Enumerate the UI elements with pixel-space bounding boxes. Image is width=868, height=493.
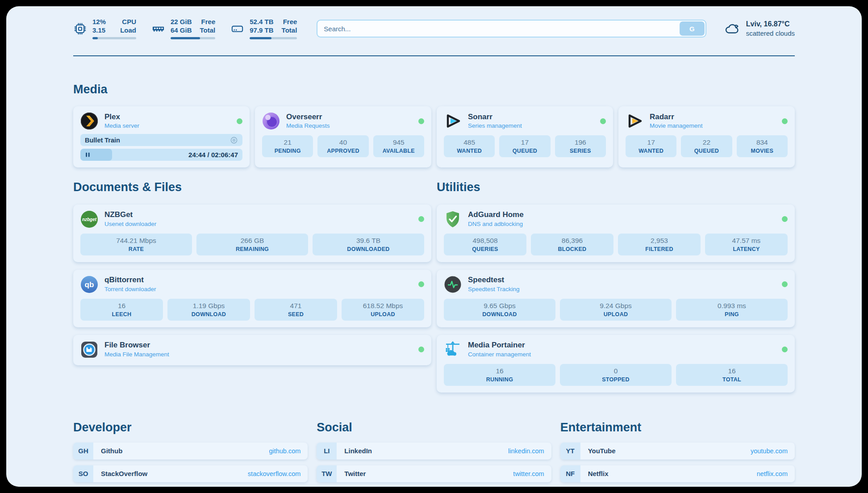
stat-approved: 40 APPROVED: [317, 135, 368, 157]
weather-location: Lviv, 16.87°C: [746, 20, 795, 29]
app-subtitle: Media File Management: [104, 351, 169, 358]
links-column-social: Social LI LinkedIn linkedin.com TW Twitt…: [317, 420, 551, 487]
stat-value: 16: [446, 367, 554, 376]
stat-value: 86,396: [533, 236, 612, 246]
link-name: LinkedIn: [344, 447, 372, 455]
link-badge: SO: [73, 465, 93, 482]
status-online-dot: [418, 216, 424, 222]
stat-label: PENDING: [264, 148, 311, 154]
link-url: linkedin.com: [508, 447, 544, 455]
section-heading-utilities: Utilities: [437, 180, 795, 194]
sonarr-icon: [444, 112, 462, 130]
status-online-dot: [418, 118, 424, 124]
stat-label: BLOCKED: [533, 246, 612, 252]
pause-icon[interactable]: [85, 152, 91, 158]
ram-icon: [151, 22, 165, 36]
link-badge: NF: [560, 465, 580, 482]
stat-rate: 744.21 Mbps RATE: [80, 234, 192, 255]
section-heading-social: Social: [317, 420, 551, 435]
section-heading-documents: Documents & Files: [73, 180, 431, 194]
status-online-dot: [418, 281, 424, 287]
app-subtitle: Media server: [104, 122, 139, 130]
stat-download: 9.65 Gbps DOWNLOAD: [444, 299, 555, 321]
link-row-twitter[interactable]: TW Twitter twitter.com: [317, 465, 551, 482]
link-badge: TW: [317, 465, 337, 482]
now-playing-row: Bullet Train: [80, 134, 242, 146]
app-card-overseerr[interactable]: Overseerr Media Requests 21 PENDING 40 A…: [255, 106, 431, 167]
app-card-filebrowser[interactable]: File Browser Media File Management: [73, 335, 431, 365]
stat-label: RUNNING: [446, 376, 554, 383]
portainer-icon: [444, 341, 462, 359]
stat-label: UPLOAD: [562, 311, 670, 318]
link-name: Netflix: [588, 470, 609, 477]
stat-value: 618.52 Mbps: [343, 301, 422, 311]
documents-column: Documents & Files nzbget NZBGet Usenet d…: [73, 180, 431, 392]
link-url: twitter.com: [513, 470, 544, 477]
app-title: Plex: [104, 113, 139, 121]
plex-icon: [80, 112, 98, 130]
app-card-adguard[interactable]: AdGuard Home DNS and adblocking 498,508 …: [437, 205, 795, 262]
stat-value: 485: [446, 138, 493, 147]
stat-value: 16: [82, 301, 161, 311]
link-url: netflix.com: [757, 470, 788, 477]
header-divider: [73, 55, 795, 56]
app-title: NZBGet: [104, 210, 156, 219]
media-grid: Plex Media server Bullet Train: [73, 106, 795, 167]
utilities-column: Utilities AdGuard Home DNS and: [437, 180, 795, 392]
stat-value: 0: [562, 367, 670, 376]
link-row-stackoverflow[interactable]: SO StackOverflow stackoverflow.com: [73, 465, 308, 482]
disk-total-value: 97.9 TB: [250, 26, 273, 35]
memory-stat: 22 GiB 64 GiB Free Total: [151, 18, 215, 39]
cpu-label: CPU: [122, 18, 136, 26]
app-title: Speedtest: [468, 276, 520, 284]
app-card-nzbget[interactable]: nzbget NZBGet Usenet downloader 744.21 M…: [73, 205, 431, 262]
cpu-load-label: Load: [120, 26, 136, 35]
stat-label: WANTED: [446, 148, 493, 154]
stat-value: 834: [739, 138, 786, 147]
disk-free-value: 52.4 TB: [250, 18, 273, 26]
stat-label: PING: [678, 311, 786, 318]
now-playing-title: Bullet Train: [85, 137, 120, 144]
link-row-youtube[interactable]: YT YouTube youtube.com: [560, 443, 795, 460]
link-name: StackOverflow: [101, 470, 147, 477]
app-card-qbittorrent[interactable]: qb qBittorrent Torrent downloader 16 LEE…: [73, 270, 431, 327]
link-row-github[interactable]: GH Github github.com: [73, 443, 308, 460]
stat-label: APPROVED: [319, 148, 367, 154]
qbittorrent-icon: qb: [80, 276, 98, 293]
stat-value: 21: [264, 138, 311, 147]
app-card-plex[interactable]: Plex Media server Bullet Train: [73, 106, 250, 167]
link-badge: GH: [73, 443, 93, 460]
stat-label: QUEUED: [501, 148, 548, 154]
app-card-sonarr[interactable]: Sonarr Series management 485 WANTED 17 Q…: [437, 106, 613, 167]
stat-label: MOVIES: [739, 148, 786, 154]
stat-label: DOWNLOAD: [169, 311, 248, 318]
link-row-netflix[interactable]: NF Netflix netflix.com: [560, 465, 795, 482]
app-subtitle: Speedtest Tracking: [468, 286, 520, 293]
status-online-dot: [600, 118, 606, 124]
nzbget-icon: nzbget: [80, 210, 98, 228]
app-card-radarr[interactable]: Radarr Movie management 17 WANTED 22 QUE…: [618, 106, 795, 167]
stat-label: STOPPED: [562, 376, 670, 383]
stat-available: 945 AVAILABLE: [373, 135, 424, 157]
search-input[interactable]: [317, 25, 705, 33]
stat-label: SEED: [256, 311, 335, 318]
stat-ping: 0.993 ms PING: [676, 299, 788, 321]
memory-free-label: Free: [201, 18, 216, 26]
stat-latency: 47.57 ms LATENCY: [705, 234, 788, 255]
stat-value: 744.21 Mbps: [82, 236, 190, 246]
app-title: Sonarr: [468, 113, 522, 121]
stat-series: 196 SERIES: [555, 135, 606, 157]
app-card-speedtest[interactable]: Speedtest Speedtest Tracking 9.65 Gbps D…: [437, 270, 795, 327]
stat-label: TOTAL: [678, 376, 786, 383]
svg-text:nzbget: nzbget: [82, 217, 97, 221]
stat-queued: 17 QUEUED: [499, 135, 550, 157]
stat-value: 1.19 Gbps: [169, 301, 248, 311]
links-column-entertainment: Entertainment YT YouTube youtube.com NF …: [560, 420, 795, 487]
memory-total-value: 64 GiB: [171, 26, 192, 35]
stat-leech: 16 LEECH: [80, 299, 163, 321]
link-row-linkedin[interactable]: LI LinkedIn linkedin.com: [317, 443, 551, 460]
stat-label: AVAILABLE: [375, 148, 422, 154]
search-engine-button[interactable]: G: [680, 21, 705, 36]
app-card-portainer[interactable]: Media Portainer Container management 16 …: [437, 335, 795, 393]
memory-total-label: Total: [200, 26, 216, 35]
